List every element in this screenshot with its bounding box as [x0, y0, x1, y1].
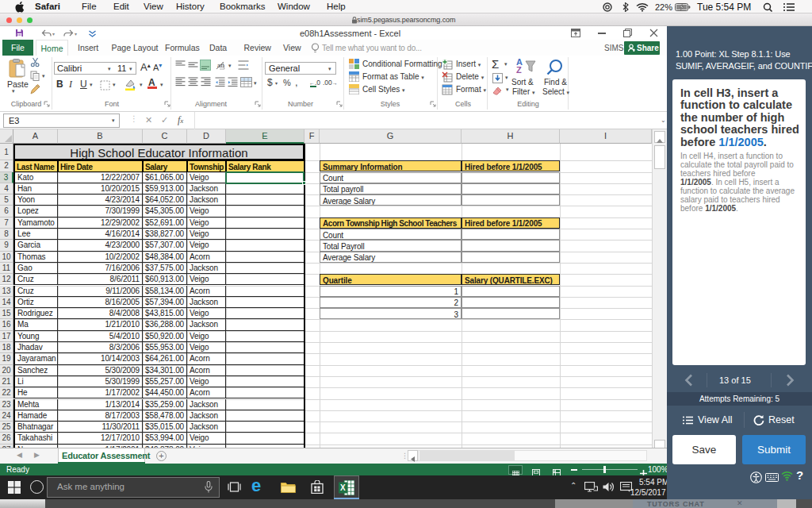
svg-text:X: X: [340, 483, 346, 492]
svg-text:ab: ab: [217, 62, 224, 69]
